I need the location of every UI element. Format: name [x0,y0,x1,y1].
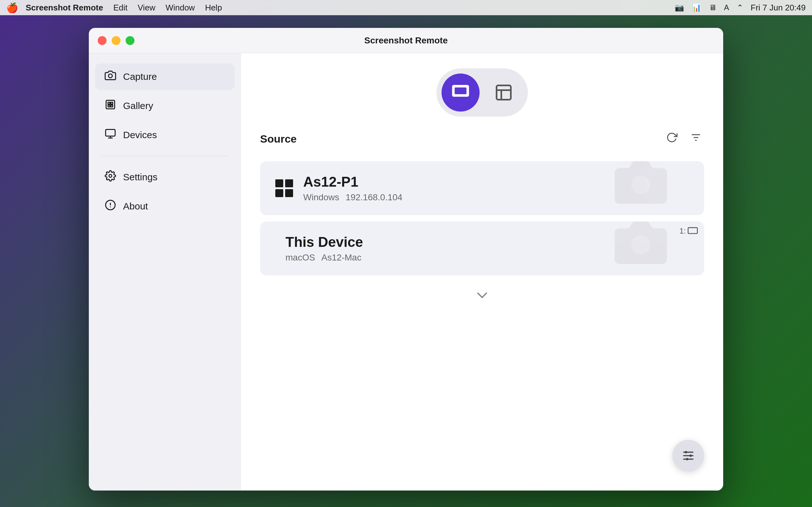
toggle-pill [437,68,528,117]
svg-rect-22 [688,228,697,233]
chevron-down-icon [476,291,489,300]
sidebar-divider [101,156,229,156]
menubar: 🍎 Screenshot Remote Edit View Window Hel… [0,0,812,15]
screenshot-icon[interactable]: 📷 [675,3,684,12]
close-button[interactable] [98,36,107,45]
camera-icon [104,70,117,83]
filter-icon [690,132,702,143]
device-this-device-meta: macOS As12-Mac [286,252,689,263]
refresh-icon [666,132,677,143]
filter-fab-icon [681,449,695,463]
settings-icon [104,170,117,184]
control-center-icon[interactable]: ⌃ [737,3,743,12]
sidebar-item-gallery[interactable]: Gallery [95,93,235,119]
display-count-badge: 1: [679,227,686,235]
device-this-device-info: This Device macOS As12-Mac [286,234,689,263]
window-body: Capture Gallery [89,53,723,491]
window-controls [98,36,135,45]
source-header: Source [260,129,704,149]
filter-fab-button[interactable] [672,440,704,471]
sidebar-gallery-label: Gallery [123,101,153,111]
gallery-icon [104,99,117,113]
capture-mode-button[interactable] [442,73,479,112]
app-window: Screenshot Remote Capture [89,28,723,491]
device-card-this-device[interactable]: This Device macOS As12-Mac 1: [260,222,704,275]
device-as12-p1-info: As12-P1 Windows 192.168.0.104 [303,174,689,203]
window-mode-button[interactable] [485,73,523,112]
svg-point-0 [108,74,112,78]
svg-rect-6 [106,130,115,136]
capture-mode-icon [450,82,471,103]
minimize-button[interactable] [112,36,120,45]
menubar-app-name[interactable]: Screenshot Remote [26,3,103,13]
display-count-icon [688,227,698,235]
refresh-button[interactable] [664,129,680,149]
display-icon[interactable]: 🖥 [709,3,716,12]
device-card-as12-p1[interactable]: As12-P1 Windows 192.168.0.104 [260,161,704,215]
titlebar: Screenshot Remote [89,28,723,53]
sidebar-about-label: About [123,201,148,212]
text-icon[interactable]: A [724,3,729,12]
source-actions [664,129,704,149]
main-content: Source [241,53,723,491]
svg-rect-1 [106,101,115,109]
sidebar-item-about[interactable]: About [95,193,235,220]
device-as12-p1-name: As12-P1 [303,174,689,190]
svg-rect-14 [455,88,466,94]
sidebar-item-settings[interactable]: Settings [95,164,235,190]
windows-logo-icon [275,179,293,197]
svg-rect-4 [108,105,110,107]
device-as12-p1-meta: Windows 192.168.0.104 [303,192,689,203]
svg-rect-2 [108,102,110,104]
svg-point-29 [686,458,688,460]
sidebar: Capture Gallery [89,53,241,491]
device-this-device-badge: 1: [679,227,698,235]
device-this-device-name: This Device [286,234,689,250]
about-icon [104,199,117,213]
menubar-items: Screenshot Remote Edit View Window Help [26,3,222,13]
window-mode-icon [494,83,513,102]
window-title: Screenshot Remote [364,36,448,46]
devices-list: As12-P1 Windows 192.168.0.104 [260,161,704,275]
device-as12-p1-ip: 192.168.0.104 [346,192,403,203]
sidebar-item-capture[interactable]: Capture [95,63,235,90]
show-more-button[interactable] [260,288,704,305]
svg-point-9 [109,175,112,177]
sidebar-settings-label: Settings [123,172,157,182]
stats-icon[interactable]: 📊 [692,3,701,12]
svg-rect-15 [497,86,511,100]
device-this-device-hostname: As12-Mac [321,252,361,263]
filter-button[interactable] [688,129,704,149]
menubar-view[interactable]: View [138,3,155,13]
sidebar-devices-label: Devices [123,130,157,140]
sidebar-capture-label: Capture [123,71,157,82]
menubar-clock: Fri 7 Jun 20:49 [751,3,806,13]
menubar-right: 📷 📊 🖥 A ⌃ Fri 7 Jun 20:49 [675,3,806,13]
svg-point-27 [685,451,687,453]
menubar-window[interactable]: Window [165,3,195,13]
source-label: Source [260,133,297,145]
maximize-button[interactable] [125,36,135,45]
menubar-edit[interactable]: Edit [113,3,128,13]
device-this-device-os: macOS [286,252,315,263]
mode-toggle [260,68,704,117]
device-as12-p1-os: Windows [303,192,339,203]
svg-rect-5 [111,105,113,107]
svg-point-28 [690,454,692,457]
devices-icon [104,128,117,142]
sidebar-item-devices[interactable]: Devices [95,122,235,148]
apple-menu[interactable]: 🍎 [6,2,18,13]
svg-rect-3 [111,102,113,104]
menubar-help[interactable]: Help [205,3,222,13]
